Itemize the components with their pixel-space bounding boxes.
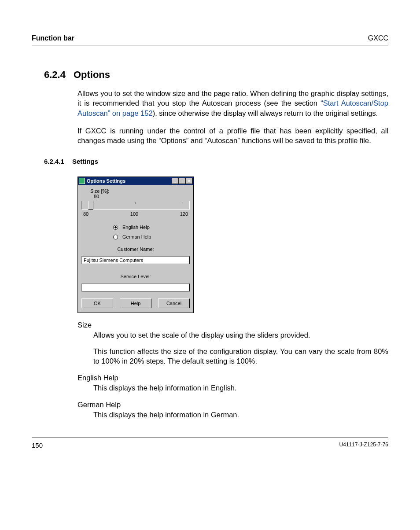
header-app: GXCC bbox=[368, 34, 388, 42]
radio-english-help[interactable]: English Help bbox=[113, 225, 190, 230]
minimize-icon[interactable]: _ bbox=[172, 178, 178, 184]
dialog-titlebar[interactable]: Options Settings _ □ × bbox=[78, 177, 193, 185]
subsection-number: 6.2.4.1 bbox=[44, 158, 64, 165]
cancel-button[interactable]: Cancel bbox=[158, 298, 190, 308]
ok-button[interactable]: OK bbox=[81, 298, 113, 308]
def-english-body: This displays the help information in En… bbox=[93, 383, 388, 393]
section-heading: 6.2.4Options bbox=[44, 69, 388, 81]
help-button[interactable]: Help bbox=[120, 298, 151, 308]
scale-mid: 100 bbox=[130, 211, 138, 217]
radio-icon[interactable] bbox=[113, 235, 118, 239]
radio-german-help[interactable]: German Help bbox=[113, 234, 190, 239]
service-level-label: Service Level: bbox=[81, 274, 190, 279]
service-level-input[interactable] bbox=[81, 283, 190, 291]
scale-min: 80 bbox=[83, 211, 88, 217]
app-icon bbox=[79, 178, 85, 184]
def-german-body: This displays the help information in Ge… bbox=[93, 410, 388, 420]
def-english-term: English Help bbox=[77, 374, 388, 382]
def-size-body-2: This function affects the size of the co… bbox=[93, 346, 388, 366]
scale-max: 120 bbox=[180, 211, 188, 217]
paragraph-2: If GXCC is running under the control of … bbox=[77, 126, 388, 146]
maximize-icon[interactable]: □ bbox=[179, 178, 185, 184]
size-label: Size [%]: bbox=[90, 188, 190, 194]
size-value: 80 bbox=[94, 194, 190, 199]
page-number: 150 bbox=[32, 442, 43, 449]
section-title: Options bbox=[74, 69, 110, 80]
options-settings-dialog: Options Settings _ □ × Size [%]: 80 bbox=[77, 177, 194, 313]
slider-thumb[interactable] bbox=[88, 201, 93, 210]
radio-icon[interactable] bbox=[113, 225, 118, 230]
radio-german-label: German Help bbox=[122, 234, 151, 239]
paragraph-1: Allows you to set the window size and th… bbox=[77, 88, 388, 118]
def-size-term: Size bbox=[77, 321, 388, 329]
close-icon[interactable]: × bbox=[186, 178, 192, 184]
dialog-title: Options Settings bbox=[87, 178, 172, 184]
customer-name-input[interactable] bbox=[81, 256, 190, 264]
document-id: U41117-J-Z125-7-76 bbox=[339, 442, 388, 449]
header-section: Function bar bbox=[32, 34, 74, 42]
customer-name-label: Customer Name: bbox=[81, 247, 190, 252]
size-slider[interactable] bbox=[81, 201, 190, 210]
subsection-heading: 6.2.4.1Settings bbox=[44, 158, 388, 165]
radio-english-label: English Help bbox=[122, 225, 150, 230]
subsection-title: Settings bbox=[72, 158, 98, 165]
section-number: 6.2.4 bbox=[44, 69, 66, 81]
def-german-term: German Help bbox=[77, 401, 388, 409]
def-size-body-1: Allows you to set the scale of the displ… bbox=[93, 330, 388, 340]
